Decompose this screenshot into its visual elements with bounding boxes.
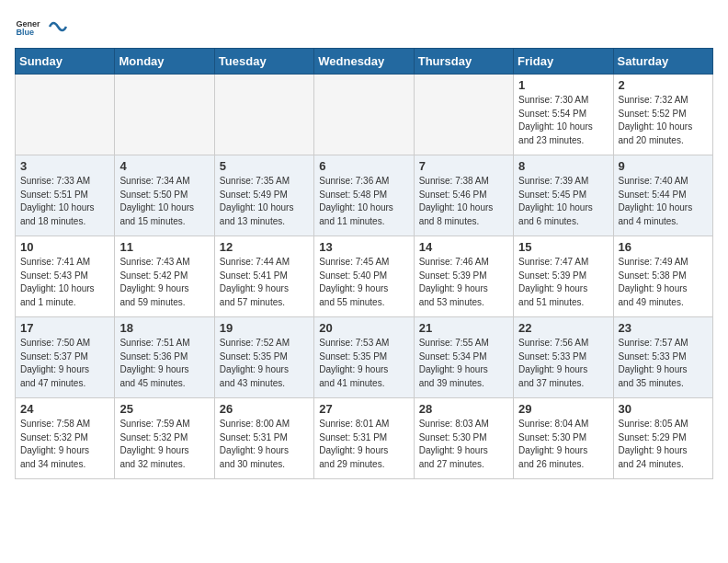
day-info: Sunrise: 7:32 AMSunset: 5:52 PMDaylight:…: [619, 94, 708, 147]
calendar-cell: 8Sunrise: 7:39 AMSunset: 5:45 PMDaylight…: [514, 155, 613, 236]
day-info: Sunrise: 8:01 AMSunset: 5:31 PMDaylight:…: [319, 418, 408, 471]
day-number: 8: [518, 159, 608, 173]
calendar-cell: [115, 75, 214, 155]
day-info: Sunrise: 7:34 AMSunset: 5:50 PMDaylight:…: [119, 175, 209, 228]
calendar-cell: 4Sunrise: 7:34 AMSunset: 5:50 PMDaylight…: [115, 155, 214, 236]
svg-text:Blue: Blue: [16, 28, 34, 37]
calendar-cell: 17Sunrise: 7:50 AMSunset: 5:37 PMDayligh…: [16, 317, 115, 398]
calendar-cell: 15Sunrise: 7:47 AMSunset: 5:39 PMDayligh…: [514, 236, 613, 317]
calendar-cell: 10Sunrise: 7:41 AMSunset: 5:43 PMDayligh…: [16, 236, 115, 317]
calendar-cell: 23Sunrise: 7:57 AMSunset: 5:33 PMDayligh…: [613, 317, 712, 398]
day-number: 30: [619, 402, 708, 416]
day-number: 15: [518, 240, 608, 254]
day-info: Sunrise: 7:33 AMSunset: 5:51 PMDaylight:…: [20, 175, 109, 228]
day-info: Sunrise: 7:56 AMSunset: 5:33 PMDaylight:…: [518, 337, 608, 390]
day-number: 1: [518, 78, 608, 92]
calendar-cell: 30Sunrise: 8:05 AMSunset: 5:29 PMDayligh…: [613, 398, 712, 479]
day-number: 18: [119, 321, 209, 335]
calendar-week-row: 1Sunrise: 7:30 AMSunset: 5:54 PMDaylight…: [16, 75, 713, 155]
weekday-header-sunday: Sunday: [16, 49, 115, 75]
day-number: 21: [419, 321, 508, 335]
weekday-header-row: SundayMondayTuesdayWednesdayThursdayFrid…: [16, 49, 713, 75]
day-info: Sunrise: 7:35 AMSunset: 5:49 PMDaylight:…: [220, 175, 309, 228]
day-info: Sunrise: 7:52 AMSunset: 5:35 PMDaylight:…: [220, 337, 309, 390]
calendar-cell: 27Sunrise: 8:01 AMSunset: 5:31 PMDayligh…: [314, 398, 414, 479]
calendar-cell: 5Sunrise: 7:35 AMSunset: 5:49 PMDaylight…: [214, 155, 313, 236]
calendar-cell: 28Sunrise: 8:03 AMSunset: 5:30 PMDayligh…: [414, 398, 513, 479]
day-number: 6: [319, 159, 408, 173]
weekday-header-wednesday: Wednesday: [314, 49, 414, 75]
day-number: 7: [419, 159, 508, 173]
weekday-header-tuesday: Tuesday: [214, 49, 313, 75]
calendar-table: SundayMondayTuesdayWednesdayThursdayFrid…: [15, 48, 713, 479]
day-info: Sunrise: 7:30 AMSunset: 5:54 PMDaylight:…: [518, 94, 608, 147]
calendar-cell: 13Sunrise: 7:45 AMSunset: 5:40 PMDayligh…: [314, 236, 414, 317]
calendar-cell: 29Sunrise: 8:04 AMSunset: 5:30 PMDayligh…: [514, 398, 613, 479]
calendar-cell: 9Sunrise: 7:40 AMSunset: 5:44 PMDaylight…: [613, 155, 712, 236]
day-info: Sunrise: 7:59 AMSunset: 5:32 PMDaylight:…: [119, 418, 209, 471]
calendar-cell: 2Sunrise: 7:32 AMSunset: 5:52 PMDaylight…: [613, 75, 712, 155]
day-number: 13: [319, 240, 408, 254]
day-info: Sunrise: 7:40 AMSunset: 5:44 PMDaylight:…: [619, 175, 708, 228]
calendar-cell: 6Sunrise: 7:36 AMSunset: 5:48 PMDaylight…: [314, 155, 414, 236]
day-number: 2: [619, 78, 708, 92]
day-number: 3: [20, 159, 109, 173]
weekday-header-thursday: Thursday: [414, 49, 513, 75]
calendar-cell: 14Sunrise: 7:46 AMSunset: 5:39 PMDayligh…: [414, 236, 513, 317]
day-info: Sunrise: 7:36 AMSunset: 5:48 PMDaylight:…: [319, 175, 408, 228]
day-info: Sunrise: 7:47 AMSunset: 5:39 PMDaylight:…: [518, 256, 608, 309]
day-info: Sunrise: 7:43 AMSunset: 5:42 PMDaylight:…: [119, 256, 209, 309]
calendar-cell: 11Sunrise: 7:43 AMSunset: 5:42 PMDayligh…: [115, 236, 214, 317]
calendar-cell: [314, 75, 414, 155]
day-number: 4: [119, 159, 209, 173]
calendar-cell: [214, 75, 313, 155]
day-info: Sunrise: 7:39 AMSunset: 5:45 PMDaylight:…: [518, 175, 608, 228]
calendar-cell: 18Sunrise: 7:51 AMSunset: 5:36 PMDayligh…: [115, 317, 214, 398]
weekday-header-saturday: Saturday: [613, 49, 712, 75]
weekday-header-friday: Friday: [514, 49, 613, 75]
day-number: 5: [220, 159, 309, 173]
day-info: Sunrise: 7:44 AMSunset: 5:41 PMDaylight:…: [220, 256, 309, 309]
day-info: Sunrise: 7:57 AMSunset: 5:33 PMDaylight:…: [619, 337, 708, 390]
day-info: Sunrise: 8:04 AMSunset: 5:30 PMDaylight:…: [518, 418, 608, 471]
day-number: 19: [220, 321, 309, 335]
calendar-cell: 25Sunrise: 7:59 AMSunset: 5:32 PMDayligh…: [115, 398, 214, 479]
day-number: 29: [518, 402, 608, 416]
calendar-cell: 21Sunrise: 7:55 AMSunset: 5:34 PMDayligh…: [414, 317, 513, 398]
day-number: 14: [419, 240, 508, 254]
day-number: 25: [119, 402, 209, 416]
logo-wave-icon: [48, 16, 68, 36]
page-header: General Blue: [15, 15, 713, 40]
calendar-cell: 1Sunrise: 7:30 AMSunset: 5:54 PMDaylight…: [514, 75, 613, 155]
calendar-cell: [414, 75, 513, 155]
day-info: Sunrise: 8:05 AMSunset: 5:29 PMDaylight:…: [619, 418, 708, 471]
day-info: Sunrise: 7:58 AMSunset: 5:32 PMDaylight:…: [20, 418, 109, 471]
logo: General Blue: [15, 15, 68, 40]
day-info: Sunrise: 8:03 AMSunset: 5:30 PMDaylight:…: [419, 418, 508, 471]
day-number: 22: [518, 321, 608, 335]
day-number: 17: [20, 321, 109, 335]
svg-text:General: General: [16, 19, 40, 29]
calendar-cell: 22Sunrise: 7:56 AMSunset: 5:33 PMDayligh…: [514, 317, 613, 398]
calendar-cell: 20Sunrise: 7:53 AMSunset: 5:35 PMDayligh…: [314, 317, 414, 398]
day-number: 11: [119, 240, 209, 254]
day-number: 12: [220, 240, 309, 254]
weekday-header-monday: Monday: [115, 49, 214, 75]
logo-icon: General Blue: [15, 15, 40, 40]
day-info: Sunrise: 7:38 AMSunset: 5:46 PMDaylight:…: [419, 175, 508, 228]
calendar-cell: [16, 75, 115, 155]
day-info: Sunrise: 7:46 AMSunset: 5:39 PMDaylight:…: [419, 256, 508, 309]
day-info: Sunrise: 7:41 AMSunset: 5:43 PMDaylight:…: [20, 256, 109, 309]
day-info: Sunrise: 7:53 AMSunset: 5:35 PMDaylight:…: [319, 337, 408, 390]
day-info: Sunrise: 7:45 AMSunset: 5:40 PMDaylight:…: [319, 256, 408, 309]
day-number: 28: [419, 402, 508, 416]
calendar-cell: 24Sunrise: 7:58 AMSunset: 5:32 PMDayligh…: [16, 398, 115, 479]
calendar-week-row: 17Sunrise: 7:50 AMSunset: 5:37 PMDayligh…: [16, 317, 713, 398]
calendar-cell: 19Sunrise: 7:52 AMSunset: 5:35 PMDayligh…: [214, 317, 313, 398]
day-number: 23: [619, 321, 708, 335]
calendar-cell: 16Sunrise: 7:49 AMSunset: 5:38 PMDayligh…: [613, 236, 712, 317]
day-number: 9: [619, 159, 708, 173]
calendar-cell: 26Sunrise: 8:00 AMSunset: 5:31 PMDayligh…: [214, 398, 313, 479]
day-info: Sunrise: 7:55 AMSunset: 5:34 PMDaylight:…: [419, 337, 508, 390]
calendar-week-row: 3Sunrise: 7:33 AMSunset: 5:51 PMDaylight…: [16, 155, 713, 236]
